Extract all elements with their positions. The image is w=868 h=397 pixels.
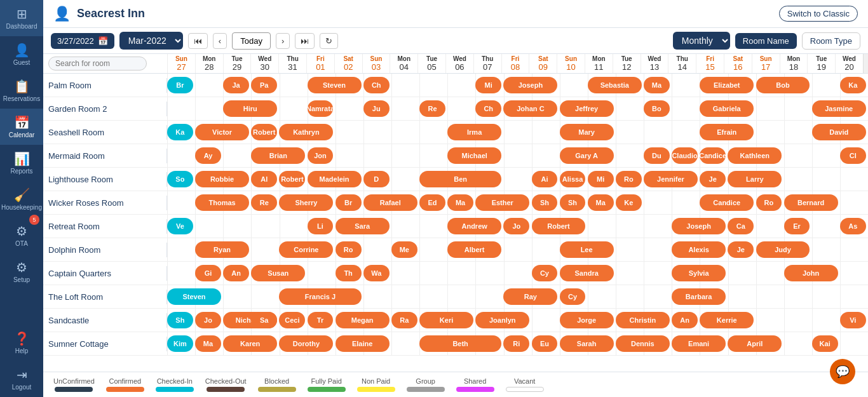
booking[interactable]: Joanlyn	[475, 312, 529, 328]
booking[interactable]: Kathleen	[728, 147, 782, 164]
booking[interactable]: Andrew	[447, 218, 501, 234]
booking[interactable]: Elaine	[336, 335, 390, 352]
booking[interactable]: Al	[251, 171, 277, 187]
booking[interactable]: Sh	[560, 194, 586, 211]
sidebar-item-calendar[interactable]: 📅 Calendar	[0, 109, 43, 145]
booking[interactable]: Br	[336, 194, 362, 211]
nav-next-button[interactable]: ›	[276, 33, 290, 49]
booking[interactable]: Re	[419, 100, 445, 117]
booking[interactable]: Christin	[616, 312, 670, 328]
booking[interactable]: David	[812, 124, 866, 140]
booking[interactable]: Vi	[840, 312, 866, 328]
booking[interactable]: Li	[308, 218, 334, 234]
booking[interactable]: Ro	[616, 171, 642, 187]
sidebar-item-reservations[interactable]: 📋 Reservations	[0, 72, 43, 109]
booking[interactable]: Sherry	[279, 194, 333, 211]
booking[interactable]: Susan	[251, 265, 305, 281]
sidebar-item-housekeeping[interactable]: 🧹 Housekeeping	[0, 181, 43, 217]
booking[interactable]: Karen	[223, 335, 277, 352]
switch-classic-button[interactable]: Switch to Classic	[779, 6, 858, 22]
booking[interactable]: Th	[336, 265, 362, 281]
booking[interactable]: Sa	[251, 312, 277, 328]
booking[interactable]: Bernard	[784, 194, 838, 211]
booking[interactable]: Jasmine	[812, 100, 866, 117]
booking[interactable]: Ch	[363, 77, 390, 93]
today-button[interactable]: Today	[232, 32, 271, 50]
sidebar-item-logout[interactable]: ⇥ Logout	[0, 361, 43, 397]
booking[interactable]: Kerrie	[700, 312, 754, 328]
booking[interactable]: Beth	[419, 335, 501, 352]
booking[interactable]: Ro	[756, 194, 782, 211]
booking[interactable]: An	[223, 265, 249, 281]
booking[interactable]: Ai	[532, 171, 558, 187]
booking[interactable]: Irma	[447, 124, 501, 140]
refresh-button[interactable]: ↻	[320, 33, 338, 49]
sidebar-item-reports[interactable]: 📊 Reports	[0, 145, 43, 181]
booking[interactable]: Ra	[391, 312, 417, 328]
date-picker-button[interactable]: 3/27/2022 📅	[51, 33, 114, 49]
booking[interactable]: Sh	[167, 312, 193, 328]
booking[interactable]: Francis J	[279, 288, 361, 305]
booking[interactable]: Robert	[251, 124, 277, 140]
booking[interactable]: Robert	[532, 218, 586, 234]
sidebar-item-dashboard[interactable]: ⊞ Dashboard	[0, 0, 43, 36]
booking[interactable]: Madelein	[308, 171, 362, 187]
booking[interactable]: Steven	[167, 288, 221, 305]
booking[interactable]: Ray	[503, 288, 557, 305]
sidebar-item-ota[interactable]: ⚙ 5 OTA	[0, 217, 43, 253]
booking[interactable]: Cy	[560, 288, 586, 305]
booking[interactable]: Bob	[756, 77, 810, 93]
booking[interactable]: Claudio	[672, 147, 698, 164]
booking[interactable]: Ceci	[279, 312, 305, 328]
booking[interactable]: Alissa	[560, 171, 586, 187]
booking[interactable]: Eu	[532, 335, 558, 352]
booking[interactable]: Ca	[728, 218, 754, 234]
booking[interactable]: Ed	[419, 194, 445, 211]
booking[interactable]: Wa	[363, 265, 390, 281]
booking[interactable]: Bo	[644, 100, 670, 117]
booking[interactable]: Candice	[700, 147, 726, 164]
booking[interactable]: Er	[784, 218, 810, 234]
booking[interactable]: Tr	[308, 312, 334, 328]
booking[interactable]: Jorge	[560, 312, 614, 328]
booking[interactable]: Brian	[251, 147, 305, 164]
booking[interactable]: Joseph	[672, 218, 726, 234]
booking[interactable]: Ka	[167, 124, 193, 140]
sidebar-item-setup[interactable]: ⚙ Setup	[0, 253, 43, 290]
booking[interactable]: Ju	[363, 100, 390, 117]
booking[interactable]: Ro	[336, 241, 362, 258]
booking[interactable]: Jo	[195, 312, 221, 328]
booking[interactable]: Ka	[840, 77, 866, 93]
booking[interactable]: Esther	[475, 194, 529, 211]
booking[interactable]: Ay	[195, 147, 221, 164]
booking[interactable]: Joseph	[503, 77, 557, 93]
booking[interactable]: Jon	[308, 147, 334, 164]
booking[interactable]: Jo	[503, 218, 529, 234]
booking[interactable]: Ja	[223, 77, 249, 93]
booking[interactable]: Je	[728, 241, 754, 258]
booking[interactable]: So	[167, 171, 193, 187]
booking[interactable]: Judy	[756, 241, 810, 258]
room-name-button[interactable]: Room Name	[735, 33, 797, 49]
booking[interactable]: D	[363, 171, 390, 187]
booking[interactable]: Sh	[532, 194, 558, 211]
booking[interactable]: An	[672, 312, 698, 328]
booking[interactable]: Thomas	[195, 194, 249, 211]
booking[interactable]: Br	[167, 77, 193, 93]
booking[interactable]: Steven	[308, 77, 362, 93]
booking[interactable]: Jeffrey	[560, 100, 614, 117]
booking[interactable]: Alexis	[672, 241, 726, 258]
booking[interactable]: Dorothy	[279, 335, 333, 352]
booking[interactable]: Kathryn	[279, 124, 333, 140]
booking[interactable]: Robbie	[195, 171, 249, 187]
booking[interactable]: Sylvia	[672, 265, 726, 281]
booking[interactable]: Emani	[672, 335, 726, 352]
booking[interactable]: Corrine	[279, 241, 333, 258]
nav-prev-button[interactable]: ‹	[213, 33, 227, 49]
booking[interactable]: Keri	[419, 312, 473, 328]
room-type-button[interactable]: Room Type	[802, 32, 860, 50]
booking[interactable]: Barbara	[672, 288, 726, 305]
booking[interactable]: Cl	[840, 147, 866, 164]
booking[interactable]: Elizabet	[700, 77, 754, 93]
booking[interactable]: Megan	[336, 312, 390, 328]
